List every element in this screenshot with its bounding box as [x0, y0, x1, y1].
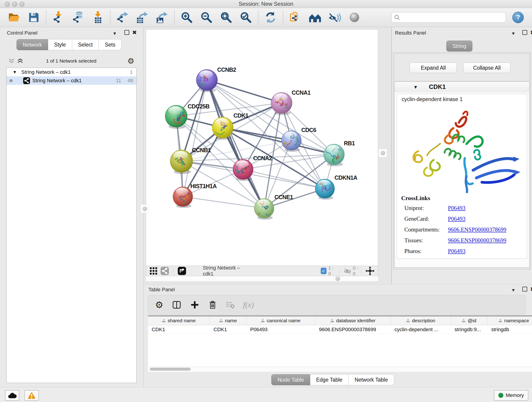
table-toolbar: ⚙ f(x) — [148, 295, 526, 315]
import-network-file-icon[interactable] — [52, 11, 65, 24]
import-network-database-icon[interactable] — [72, 11, 85, 24]
gene-entry-header[interactable]: ▼ CDK1 — [394, 82, 529, 92]
table-cell: 9606.ENSP00000378699 — [315, 325, 391, 334]
collapse-tree-icon[interactable]: ▼ — [13, 68, 17, 76]
network-view-canvas[interactable]: CCNB2CCNA1CDC25BCDK1CDC6RB1CCNB1CCNA2CDK… — [146, 29, 378, 266]
network-collection-row[interactable]: ▼ String Network – cdk1 1 — [7, 68, 136, 76]
expand-all-button[interactable]: Expand All — [410, 63, 457, 73]
column-header-namespace[interactable]: namespace — [488, 316, 532, 325]
network-node-CCNA2[interactable] — [233, 159, 253, 181]
node-label-CCNA1: CCNA1 — [292, 89, 311, 96]
hidden-eye-icon — [344, 268, 351, 274]
help-button[interactable]: ? — [512, 12, 524, 23]
tab-sets[interactable]: Sets — [99, 39, 121, 50]
zoom-selected-icon[interactable] — [239, 11, 252, 24]
cloud-button[interactable] — [5, 390, 19, 401]
tab-node-table[interactable]: Node Table — [271, 374, 310, 385]
float-panel-icon[interactable] — [522, 287, 527, 293]
crosslink-link[interactable]: P06493 — [448, 216, 465, 222]
zoom-out-icon[interactable] — [200, 11, 213, 24]
collapse-all-button[interactable]: Collapse All — [463, 63, 510, 73]
warning-button[interactable] — [25, 390, 39, 401]
table-panel: Table Panel ▾ ✖ ⚙ f(x) shared namenameca… — [144, 284, 532, 387]
gear-icon[interactable]: ⚙ — [127, 56, 134, 65]
delete-column-icon[interactable] — [208, 300, 217, 310]
export-network-icon[interactable] — [116, 11, 129, 24]
table-row[interactable]: CDK1CDK1P064939606.ENSP00000378699cyclin… — [148, 325, 532, 334]
close-panel-icon[interactable]: ✖ — [530, 29, 532, 36]
network-node-CCNE1[interactable] — [254, 198, 274, 223]
horizontal-splitter[interactable] — [146, 276, 378, 281]
crosslink-link[interactable]: 9606.ENSP00000378699 — [448, 237, 506, 244]
search-input[interactable] — [400, 13, 503, 22]
panel-menu-icon[interactable]: ▾ — [512, 31, 515, 36]
export-image-icon[interactable] — [156, 11, 168, 24]
tab-network[interactable]: Network — [17, 39, 48, 50]
search-box[interactable] — [391, 12, 506, 23]
save-icon[interactable] — [27, 11, 40, 24]
collapse-entry-icon[interactable]: ▼ — [413, 85, 418, 90]
crosslink-link[interactable]: 9606.ENSP00000378699 — [448, 226, 506, 233]
network-view-toolbar: String Network – cdk1 ✓ 1 - 0 0 - 0 — [146, 266, 378, 276]
crosslink-link[interactable]: P06493 — [448, 248, 465, 254]
collection-count: 1 — [130, 68, 133, 76]
close-panel-icon[interactable]: ✖ — [132, 29, 137, 36]
network-node-CCNB1[interactable] — [170, 150, 193, 174]
edge-count: 48 — [128, 76, 133, 85]
tab-network-table[interactable]: Network Table — [349, 374, 394, 385]
network-node-CDC6[interactable] — [280, 131, 301, 152]
fit-selected-icon[interactable] — [365, 266, 375, 275]
tab-style[interactable]: Style — [48, 39, 72, 50]
zoom-fit-icon[interactable] — [220, 11, 233, 24]
network-node-RB1[interactable] — [324, 144, 344, 166]
column-header-description[interactable]: description — [391, 316, 451, 325]
tab-edge-table[interactable]: Edge Table — [310, 374, 349, 385]
selected-checkbox[interactable]: ✓ — [321, 268, 326, 274]
network-node-CCNB2[interactable] — [195, 70, 217, 92]
share-view-icon[interactable] — [160, 267, 169, 275]
open-folder-icon[interactable] — [7, 11, 20, 24]
network-edge — [243, 169, 325, 189]
toolbar-separator — [283, 10, 283, 25]
graphics-details-icon[interactable] — [348, 11, 361, 24]
column-header-canonical-name[interactable]: canonical name — [247, 316, 315, 325]
birdseye-view-icon[interactable] — [177, 267, 186, 275]
left-splitter-handle[interactable] — [141, 205, 149, 213]
panel-menu-icon[interactable]: ▾ — [114, 31, 116, 36]
column-header-name[interactable]: name — [210, 316, 247, 325]
protein-structure-image — [398, 104, 526, 194]
panel-menu-icon[interactable]: ▾ — [512, 287, 515, 293]
import-table-icon[interactable] — [91, 11, 104, 24]
columns-icon[interactable] — [172, 299, 182, 310]
network-node-CDK1[interactable] — [212, 117, 233, 140]
add-column-icon[interactable] — [190, 300, 200, 310]
network-row[interactable]: String Network – cdk1 11 48 — [7, 76, 136, 85]
column-header-database-identifier[interactable]: database identifier — [315, 316, 391, 325]
node-label-CDKN1A: CDKN1A — [335, 174, 357, 181]
float-panel-icon[interactable] — [522, 30, 527, 36]
string-document-icon[interactable] — [289, 11, 302, 24]
zoom-in-icon[interactable] — [180, 11, 193, 24]
collection-label: String Network – cdk1 — [21, 68, 70, 76]
title-bar: Session: New Session — [0, 0, 532, 8]
grid-view-icon[interactable] — [149, 267, 158, 275]
close-panel-icon[interactable]: ✖ — [530, 286, 532, 293]
gear-icon[interactable]: ⚙ — [155, 300, 163, 309]
float-panel-icon[interactable] — [124, 30, 129, 36]
memory-button[interactable]: Memory — [494, 390, 528, 401]
column-header--id[interactable]: @id — [451, 316, 488, 325]
tab-select[interactable]: Select — [72, 39, 99, 50]
network-node-HIST1H1A[interactable] — [173, 187, 193, 208]
string-results-container: Expand All Collapse All ▼ CDK1 cyclin-de… — [393, 52, 531, 269]
network-node-CDC25B[interactable] — [165, 105, 187, 129]
crosslink-row: Uniprot:P06493 — [404, 205, 523, 211]
first-neighbors-icon[interactable] — [309, 11, 322, 24]
tab-string[interactable]: String — [446, 41, 472, 51]
export-table-icon[interactable] — [136, 11, 149, 24]
right-splitter-handle[interactable] — [379, 149, 387, 157]
refresh-icon[interactable] — [264, 11, 277, 24]
crosslink-link[interactable]: P06493 — [448, 205, 465, 211]
scrollbar-thumb[interactable] — [150, 368, 191, 370]
hide-unselected-icon[interactable] — [328, 11, 341, 24]
column-header-shared-name[interactable]: shared name — [148, 316, 210, 325]
